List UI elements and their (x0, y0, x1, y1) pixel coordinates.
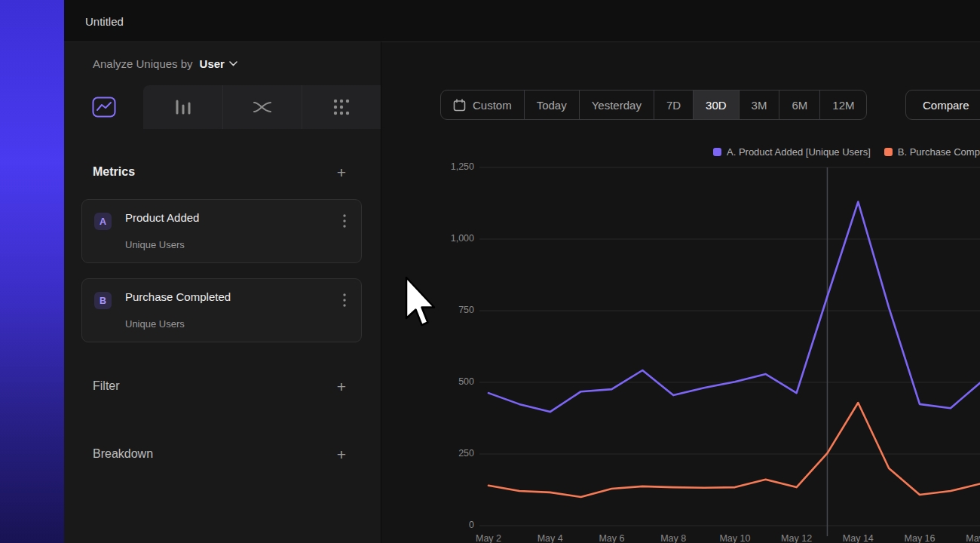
breakdown-section-header: Breakdown + (64, 439, 381, 469)
add-breakdown-button[interactable]: + (337, 446, 346, 462)
tab-funnels[interactable] (143, 85, 222, 129)
legend-swatch-orange (884, 148, 893, 156)
filter-label: Filter (93, 379, 120, 393)
add-filter-button[interactable]: + (337, 379, 346, 394)
metric-menu-button[interactable] (337, 212, 352, 230)
x-tick-label: May 6 (599, 533, 624, 543)
metric-badge: B (94, 292, 112, 309)
flows-icon (253, 99, 272, 115)
line-chart-icon (92, 97, 116, 118)
range-12m-button[interactable]: 12M (819, 90, 866, 119)
metric-card-product-added[interactable]: A Product Added Unique Users (81, 199, 362, 263)
legend-item-product-added[interactable]: A. Product Added [Unique Users] (713, 145, 871, 158)
legend-label: A. Product Added [Unique Users] (727, 146, 871, 158)
metric-title: Purchase Completed (125, 290, 231, 303)
bar-chart-icon (173, 99, 193, 115)
y-tick-label: 750 (381, 305, 474, 315)
x-axis-labels: May 2May 4May 6May 8May 10May 12May 14Ma… (479, 533, 980, 543)
report-type-tabs (64, 85, 381, 129)
breakdown-label: Breakdown (93, 447, 153, 461)
chart-legend: A. Product Added [Unique Users] B. Purch… (713, 145, 980, 158)
brand-gradient-strip (0, 0, 64, 543)
x-tick-label: May 4 (537, 533, 563, 543)
metrics-label: Metrics (93, 165, 135, 179)
chevron-down-icon (229, 61, 237, 66)
analyze-entity-dropdown[interactable]: User (200, 57, 237, 70)
tab-insights[interactable] (64, 85, 143, 129)
x-tick-label: May 12 (781, 533, 812, 543)
tab-retention[interactable] (302, 85, 381, 129)
filter-section-header: Filter + (64, 371, 381, 401)
metric-title: Product Added (125, 211, 199, 224)
query-builder-sidebar: Analyze Uniques by User (64, 41, 381, 543)
x-tick-label: May 14 (843, 533, 874, 543)
metric-menu-button[interactable] (337, 291, 352, 309)
x-tick-label: May 8 (660, 533, 686, 543)
range-today-button[interactable]: Today (524, 90, 579, 119)
metric-card-purchase-completed[interactable]: B Purchase Completed Unique Users (81, 278, 362, 342)
kebab-menu-icon (343, 293, 346, 307)
date-range-group: Custom Today Yesterday 7D 30D 3M 6M 12M (440, 90, 867, 120)
line-chart[interactable] (479, 163, 980, 540)
range-30d-button[interactable]: 30D (693, 90, 739, 119)
custom-range-label: Custom (473, 99, 512, 112)
range-3m-button[interactable]: 3M (739, 90, 779, 119)
legend-label: B. Purchase Completed [Unique Users] (898, 146, 980, 158)
analyze-entity-value: User (200, 57, 225, 70)
y-tick-label: 0 (381, 520, 474, 530)
analyze-uniques-row: Analyze Uniques by User (93, 42, 237, 84)
retention-grid-icon (332, 98, 351, 116)
metric-measurement[interactable]: Unique Users (125, 318, 185, 330)
metric-measurement[interactable]: Unique Users (125, 239, 185, 250)
metric-badge: A (94, 213, 112, 230)
y-axis-labels: 02505007501,0001,250 (381, 42, 474, 543)
x-tick-label: May 18 (966, 533, 980, 543)
y-tick-label: 1,250 (381, 161, 474, 172)
chart-panel: Custom Today Yesterday 7D 30D 3M 6M 12M … (381, 41, 980, 543)
kebab-menu-icon (343, 214, 346, 228)
add-metric-button[interactable]: + (337, 164, 346, 180)
date-range-toolbar: Custom Today Yesterday 7D 30D 3M 6M 12M (440, 90, 867, 120)
analyze-label: Analyze Uniques by (93, 57, 193, 70)
compare-button[interactable]: Compare (905, 90, 980, 120)
x-tick-label: May 2 (476, 533, 501, 543)
y-tick-label: 500 (381, 376, 474, 387)
legend-item-purchase-completed[interactable]: B. Purchase Completed [Unique Users] (884, 145, 980, 158)
y-tick-label: 1,000 (381, 233, 474, 244)
range-yesterday-button[interactable]: Yesterday (579, 90, 654, 119)
tab-flows[interactable] (222, 85, 302, 129)
report-title[interactable]: Untitled (85, 14, 124, 27)
y-tick-label: 250 (381, 448, 474, 459)
x-tick-label: May 16 (905, 533, 936, 543)
range-6m-button[interactable]: 6M (779, 90, 819, 119)
legend-swatch-purple (713, 148, 721, 156)
metrics-section-header: Metrics + (64, 157, 381, 187)
top-bar: Untitled (64, 0, 980, 41)
range-7d-button[interactable]: 7D (654, 90, 693, 119)
x-tick-label: May 10 (719, 533, 750, 543)
